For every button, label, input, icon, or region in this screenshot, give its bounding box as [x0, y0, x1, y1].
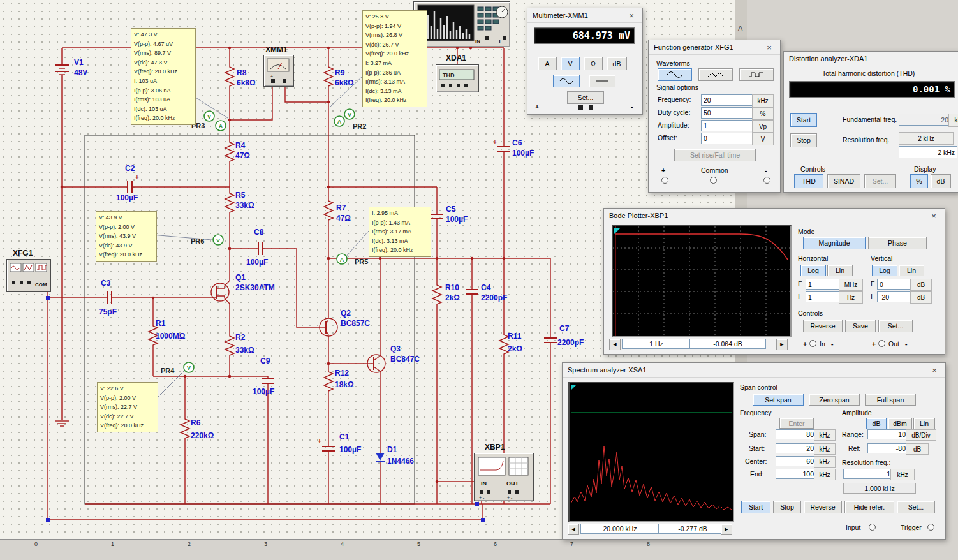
vertical-lin-button[interactable]: Lin — [899, 265, 924, 276]
probe-markers[interactable]: V A A V V A V — [184, 109, 355, 372]
close-icon[interactable]: × — [763, 43, 775, 52]
bode-out-terminal[interactable] — [878, 340, 885, 347]
end-input[interactable]: 100 — [776, 469, 816, 479]
horizontal-f-input[interactable]: 1 — [806, 279, 841, 290]
horizontal-f-unit[interactable]: MHz — [839, 279, 863, 291]
transistor-q1[interactable] — [211, 283, 229, 301]
offset-input[interactable]: 0 — [701, 133, 753, 144]
spectrum-cursor-right-button[interactable]: ▶ — [721, 524, 732, 535]
close-icon[interactable]: × — [928, 211, 940, 221]
bode-cursor-right-button[interactable]: ▶ — [776, 339, 788, 350]
percent-button[interactable]: % — [910, 174, 928, 188]
resolution-freq-input[interactable]: 2 kHz — [899, 146, 957, 158]
start-input[interactable]: 20 — [776, 443, 816, 453]
spectrum-stop-button[interactable]: Stop — [773, 501, 801, 513]
spectrum-start-button[interactable]: Start — [741, 501, 770, 513]
distortion-stop-button[interactable]: Stop — [790, 133, 817, 147]
horizontal-i-input[interactable]: 1 — [806, 291, 841, 302]
input-terminal[interactable] — [869, 524, 876, 531]
multimeter-minus-terminal[interactable] — [589, 105, 593, 110]
set-rise-fall-button[interactable]: Set rise/Fall time — [674, 149, 756, 161]
lin-scale-button[interactable]: Lin — [913, 418, 935, 429]
vertical-f-input[interactable]: 0 — [877, 279, 913, 290]
distortion-set-button[interactable]: Set... — [864, 174, 896, 188]
spectrum-reverse-button[interactable]: Reverse — [804, 501, 842, 513]
db-scale-button[interactable]: dB — [866, 418, 887, 429]
multimeter-db-button[interactable]: dB — [607, 57, 627, 70]
bode-set-button[interactable]: Set... — [878, 320, 913, 332]
sine-waveform-button[interactable] — [658, 68, 692, 81]
frequency-unit[interactable]: kHz — [752, 94, 774, 107]
square-waveform-button[interactable] — [739, 68, 774, 81]
trigger-terminal[interactable] — [927, 524, 934, 531]
full-span-button[interactable]: Full span — [865, 394, 916, 406]
multimeter-icon[interactable]: +- — [263, 55, 294, 87]
multimeter-set-button[interactable]: Set... — [567, 91, 604, 104]
function-generator-icon[interactable]: COM — [6, 259, 51, 292]
close-icon[interactable]: × — [626, 11, 637, 20]
amplitude-unit[interactable]: Vp — [752, 120, 774, 133]
duty-cycle-unit[interactable]: % — [752, 107, 774, 120]
phase-button[interactable]: Phase — [868, 237, 927, 249]
horizontal-i-unit[interactable]: Hz — [839, 291, 863, 304]
multimeter-dc-button[interactable] — [589, 75, 615, 87]
sinad-button[interactable]: SINAD — [827, 174, 860, 188]
bode-reverse-button[interactable]: Reverse — [803, 320, 843, 332]
fgen-common-terminal[interactable] — [710, 177, 717, 184]
ref-input[interactable]: -80 — [867, 443, 908, 453]
triangle-waveform-button[interactable] — [698, 68, 733, 81]
multimeter-ampere-button[interactable]: A — [538, 57, 557, 70]
horizontal-lin-button[interactable]: Lin — [827, 265, 853, 276]
fgen-minus-terminal[interactable] — [763, 177, 770, 184]
zero-span-button[interactable]: Zero span — [809, 394, 860, 406]
horizontal-log-button[interactable]: Log — [800, 265, 826, 276]
spectrum-analyzer-titlebar[interactable]: Spectrum analyzer-XSA1 × — [563, 363, 945, 378]
resolution-freq-select[interactable]: 2 kHz — [899, 132, 954, 145]
bode-in-terminal[interactable] — [809, 340, 816, 347]
span-input[interactable]: 80 — [776, 429, 816, 439]
distortion-analyzer-titlebar[interactable]: Distortion analyzer-XDA1 — [784, 52, 958, 66]
center-input[interactable]: 60 — [776, 456, 816, 466]
frequency-input[interactable]: 20 — [701, 94, 753, 106]
vertical-i-input[interactable]: -20 — [877, 291, 913, 302]
enter-button[interactable]: Enter — [779, 418, 814, 429]
diode-symbol[interactable] — [376, 453, 385, 462]
transistor-q3[interactable] — [367, 355, 385, 372]
multimeter-volt-button[interactable]: V — [561, 57, 580, 70]
db-button[interactable]: dB — [931, 174, 951, 188]
vertical-f-unit[interactable]: dB — [910, 279, 932, 291]
fundamental-freq-input[interactable]: 20 — [899, 114, 951, 126]
duty-cycle-input[interactable]: 50 — [701, 107, 753, 119]
distortion-analyzer-icon[interactable]: THD — [436, 64, 479, 92]
dbm-scale-button[interactable]: dBm — [888, 418, 912, 429]
bode-cursor-left-button[interactable]: ◀ — [609, 339, 621, 350]
thd-button[interactable]: THD — [794, 174, 823, 188]
offset-unit[interactable]: V — [752, 133, 774, 145]
battery-symbol[interactable] — [55, 65, 69, 75]
spectrum-analyzer-icon[interactable]: IN T — [413, 1, 510, 47]
vertical-log-button[interactable]: Log — [872, 265, 897, 276]
cursor-handle-icon[interactable] — [571, 385, 577, 390]
multimeter-ac-button[interactable] — [553, 75, 580, 87]
hide-refer-button[interactable]: Hide refer. — [844, 501, 894, 513]
multimeter-titlebar[interactable]: Multimeter-XMM1 × — [527, 8, 642, 23]
range-input[interactable]: 10 — [867, 429, 908, 439]
distortion-start-button[interactable]: Start — [790, 113, 817, 127]
cursor-handle-icon[interactable] — [614, 228, 621, 234]
bode-save-button[interactable]: Save — [845, 320, 876, 332]
spectrum-cursor-left-button[interactable]: ◀ — [568, 524, 579, 535]
bode-plotter-icon[interactable]: IN OUT + -+ - — [474, 453, 534, 501]
magnitude-button[interactable]: Magnitude — [803, 237, 866, 249]
function-generator-titlebar[interactable]: Function generator-XFG1 × — [649, 40, 780, 55]
transistor-q2[interactable] — [320, 318, 337, 336]
resolution-freq-input[interactable]: 1 — [843, 469, 893, 479]
vertical-i-unit[interactable]: dB — [910, 291, 932, 304]
multimeter-ohm-button[interactable]: Ω — [584, 57, 603, 70]
multimeter-plus-terminal[interactable] — [578, 105, 583, 110]
wires[interactable] — [47, 46, 550, 520]
fgen-plus-terminal[interactable] — [661, 177, 668, 184]
set-span-button[interactable]: Set span — [753, 394, 804, 406]
close-icon[interactable]: × — [929, 365, 940, 375]
bode-plotter-titlebar[interactable]: Bode Plotter-XBP1 × — [604, 209, 945, 223]
spectrum-set-button[interactable]: Set... — [897, 501, 935, 513]
